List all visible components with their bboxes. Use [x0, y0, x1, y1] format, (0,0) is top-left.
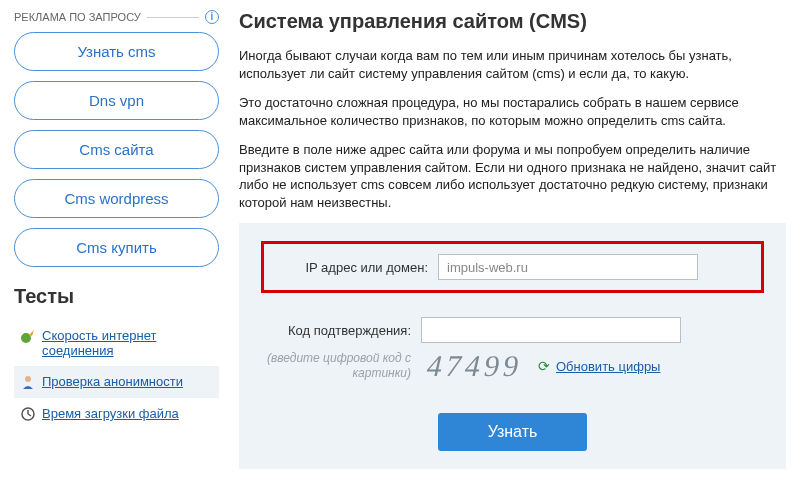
- ad-button-2[interactable]: Cms сайта: [14, 130, 219, 169]
- ip-row-highlight: IP адрес или домен:: [261, 241, 764, 293]
- captcha-image: 47499: [420, 349, 529, 383]
- test-link-speed[interactable]: Скорость интернет соединения: [42, 328, 213, 358]
- code-input[interactable]: [421, 317, 681, 343]
- ads-header-label: РЕКЛАМА ПО ЗАПРОСУ: [14, 11, 141, 23]
- tests-heading: Тесты: [14, 285, 219, 308]
- ip-label: IP адрес или домен:: [278, 260, 428, 275]
- page-title: Система управления сайтом (CMS): [239, 10, 786, 33]
- code-row: Код подтверждения:: [261, 317, 764, 343]
- captcha-row: (введите цифровой код с картинки) 47499 …: [261, 349, 764, 383]
- speed-icon: [20, 328, 36, 344]
- test-link-anonymity[interactable]: Проверка анонимности: [42, 374, 183, 389]
- ip-input[interactable]: [438, 254, 698, 280]
- person-icon: [20, 374, 36, 390]
- test-link-download[interactable]: Время загрузки файла: [42, 406, 179, 421]
- test-item-download: Время загрузки файла: [14, 398, 219, 430]
- form-panel: IP адрес или домен: Код подтверждения: (…: [239, 223, 786, 469]
- intro-p2: Это достаточно сложная процедура, но мы …: [239, 94, 786, 129]
- svg-point-1: [25, 376, 31, 382]
- ads-header-divider: [147, 17, 199, 18]
- ad-button-4[interactable]: Cms купить: [14, 228, 219, 267]
- code-label: Код подтверждения:: [261, 323, 411, 338]
- test-item-speed: Скорость интернет соединения: [14, 320, 219, 366]
- captcha-hint: (введите цифровой код с картинки): [261, 351, 411, 382]
- refresh-captcha-link[interactable]: Обновить цифры: [556, 359, 660, 374]
- ad-button-0[interactable]: Узнать cms: [14, 32, 219, 71]
- ad-button-3[interactable]: Cms wordpress: [14, 179, 219, 218]
- intro-p3: Введите в поле ниже адрес сайта или фору…: [239, 141, 786, 211]
- ad-button-1[interactable]: Dns vpn: [14, 81, 219, 120]
- clock-icon: [20, 406, 36, 422]
- info-icon[interactable]: i: [205, 10, 219, 24]
- submit-button[interactable]: Узнать: [438, 413, 588, 451]
- intro-p1: Иногда бывают случаи когда вам по тем ил…: [239, 47, 786, 82]
- test-item-anonymity: Проверка анонимности: [14, 366, 219, 398]
- refresh-icon: ⟳: [538, 358, 550, 374]
